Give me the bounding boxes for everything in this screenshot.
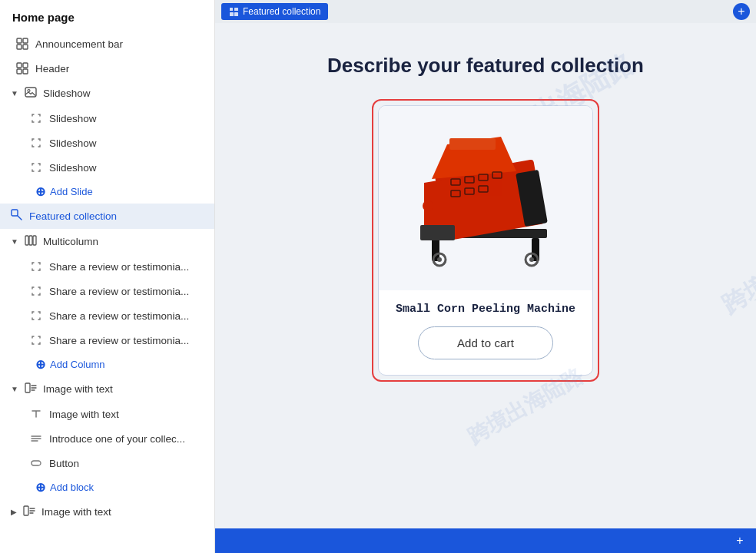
- svg-rect-7: [23, 69, 28, 74]
- add-column-label: Add Column: [50, 359, 105, 370]
- plus-icon-2: ⊕: [35, 357, 45, 372]
- image-text-icon: [25, 382, 37, 396]
- product-image: [401, 121, 570, 275]
- image-icon: [25, 86, 37, 101]
- svg-rect-3: [23, 45, 28, 49]
- svg-rect-27: [234, 8, 238, 11]
- sidebar-item-label: Multicolumn: [43, 236, 98, 247]
- corners-icon: [29, 111, 43, 125]
- canvas-bottom-bar: +: [215, 528, 756, 553]
- corners-icon-6: [29, 309, 43, 323]
- sidebar-item-label: Image with text: [49, 409, 119, 420]
- sidebar-item-slideshow-3[interactable]: Slideshow: [0, 155, 214, 180]
- sidebar-item-label: Featured collection: [29, 210, 117, 222]
- svg-rect-1: [23, 38, 28, 43]
- svg-rect-28: [230, 12, 234, 16]
- section-title: Describe your featured collection: [327, 54, 644, 78]
- sidebar-item-label: Button: [49, 458, 79, 469]
- add-block-label: Add block: [50, 482, 94, 493]
- sidebar-item-introduce[interactable]: Introduce one of your collec...: [0, 426, 214, 451]
- svg-rect-5: [23, 63, 28, 68]
- canvas-section: 跨境出海陆路 跨境出海陆路 跨境出海陆路 Describe your featu…: [215, 23, 756, 528]
- svg-point-48: [529, 257, 534, 262]
- sidebar-item-review-1[interactable]: Share a review or testimonia...: [0, 254, 214, 279]
- add-slide-button[interactable]: ⊕ Add Slide: [0, 180, 214, 204]
- text-t-icon: [29, 407, 43, 421]
- sidebar-item-multicolumn-group[interactable]: ▼ Multicolumn: [0, 229, 214, 254]
- add-block-button[interactable]: ⊕ Add block: [0, 475, 214, 499]
- svg-point-46: [437, 257, 442, 262]
- lines-icon: [29, 432, 43, 445]
- svg-rect-11: [25, 236, 28, 245]
- caret-down-icon-3: ▼: [11, 385, 18, 393]
- svg-rect-10: [12, 210, 18, 216]
- sidebar-item-slideshow-1[interactable]: Slideshow: [0, 106, 214, 131]
- svg-rect-6: [17, 69, 22, 74]
- svg-rect-44: [420, 225, 455, 240]
- sidebar-item-label: Header: [35, 63, 69, 75]
- sidebar-item-slideshow-group[interactable]: ▼ Slideshow: [0, 81, 214, 106]
- image-text-icon-2: [23, 505, 35, 519]
- sidebar-item-announcement-bar[interactable]: Announcement bar: [0, 31, 214, 56]
- corners-icon-5: [29, 284, 43, 298]
- featured-collection-badge[interactable]: Featured collection: [221, 3, 328, 20]
- sidebar-item-image-with-text-2[interactable]: ▶ Image with text: [0, 499, 214, 525]
- caret-right-icon: ▶: [11, 508, 17, 516]
- svg-rect-4: [17, 63, 22, 68]
- corners-icon-7: [29, 333, 43, 347]
- sidebar-item-review-4[interactable]: Share a review or testimonia...: [0, 328, 214, 353]
- corners-icon-4: [29, 260, 43, 273]
- add-to-cart-button[interactable]: Add to cart: [418, 326, 553, 359]
- sidebar-item-featured-collection[interactable]: Featured collection: [0, 204, 214, 229]
- svg-rect-50: [449, 138, 496, 150]
- badge-label: Featured collection: [243, 6, 320, 17]
- sidebar-item-label: Announcement bar: [35, 38, 123, 50]
- columns-icon: [25, 234, 37, 249]
- svg-rect-26: [230, 8, 233, 11]
- watermark-2: 跨境出海陆路: [716, 219, 756, 322]
- sidebar-item-image-with-text-group[interactable]: ▼ Image with text: [0, 376, 214, 402]
- product-card-wrapper: Small Corn Peeling Machine Add to cart: [372, 99, 599, 382]
- plus-icon: ⊕: [35, 184, 45, 199]
- product-card: Small Corn Peeling Machine Add to cart: [378, 105, 593, 376]
- add-section-top-button[interactable]: +: [733, 3, 750, 20]
- sidebar-item-label: Share a review or testimonia...: [49, 261, 189, 273]
- sidebar: Home page Announcement bar Header ▼: [0, 0, 215, 553]
- svg-rect-21: [32, 461, 41, 465]
- add-slide-label: Add Slide: [50, 186, 93, 197]
- caret-down-icon: ▼: [11, 89, 18, 98]
- svg-rect-22: [24, 506, 28, 515]
- add-column-button[interactable]: ⊕ Add Column: [0, 353, 214, 376]
- svg-rect-29: [234, 12, 238, 16]
- sidebar-item-label: Share a review or testimonia...: [49, 335, 189, 346]
- svg-point-9: [28, 90, 30, 92]
- grid-icon-2: [15, 61, 29, 75]
- svg-rect-12: [29, 236, 32, 245]
- svg-rect-2: [17, 45, 22, 49]
- corners-icon-3: [29, 161, 43, 174]
- product-image-area: [379, 106, 592, 290]
- sidebar-item-image-with-text-1[interactable]: Image with text: [0, 402, 214, 426]
- sidebar-item-label: Slideshow: [43, 88, 91, 99]
- sidebar-item-label: Share a review or testimonia...: [49, 286, 189, 297]
- canvas-header: Featured collection +: [215, 0, 756, 23]
- svg-rect-14: [25, 383, 30, 392]
- sidebar-item-label: Image with text: [43, 383, 113, 395]
- sidebar-item-label: Slideshow: [49, 162, 97, 174]
- corners-icon-2: [29, 136, 43, 150]
- sidebar-item-label: Image with text: [41, 506, 111, 518]
- plus-icon-3: ⊕: [35, 480, 45, 495]
- sidebar-item-label: Share a review or testimonia...: [49, 310, 189, 322]
- sidebar-item-label: Introduce one of your collec...: [49, 433, 185, 445]
- sidebar-item-slideshow-2[interactable]: Slideshow: [0, 131, 214, 155]
- sidebar-item-review-3[interactable]: Share a review or testimonia...: [0, 303, 214, 328]
- svg-rect-0: [17, 38, 22, 43]
- product-name: Small Corn Peeling Machine: [380, 290, 591, 326]
- sidebar-item-button[interactable]: Button: [0, 451, 214, 475]
- add-section-bottom-button[interactable]: +: [731, 532, 748, 549]
- sidebar-item-review-2[interactable]: Share a review or testimonia...: [0, 279, 214, 303]
- sidebar-item-label: Slideshow: [49, 137, 97, 149]
- grid-icon: [15, 37, 29, 51]
- svg-rect-13: [33, 236, 36, 245]
- sidebar-item-header[interactable]: Header: [0, 56, 214, 81]
